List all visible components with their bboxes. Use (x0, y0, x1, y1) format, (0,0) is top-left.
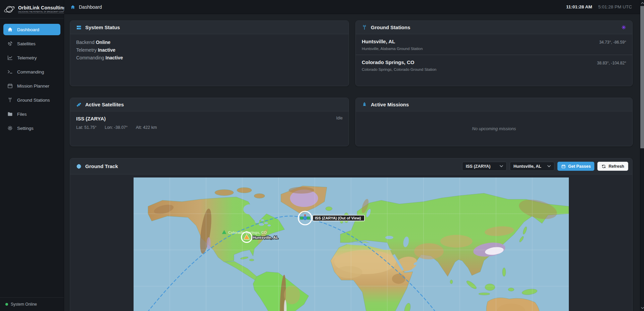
ground-stations-header: Ground Stations (356, 21, 632, 34)
status-label: Backend (76, 40, 94, 45)
status-row-telemetry: TelemetryInactive (76, 47, 343, 53)
satellite-stats: Lat: 51.75° Lon: -38.07° Alt: 422 km (76, 124, 343, 130)
sidebar-item-satellites[interactable]: Satellites (3, 38, 60, 49)
scrollbar-up-arrow-icon[interactable] (640, 1, 644, 5)
iss-label: ISS (ZARYA) (Out of View) (315, 216, 361, 220)
rocket-icon (361, 102, 367, 108)
active-missions-header: Active Missions (356, 98, 632, 111)
home-icon (70, 4, 76, 10)
orbit-globe-logo-icon (3, 3, 15, 15)
sidebar-item-label: Ground Stations (17, 98, 50, 103)
breadcrumb: Dashboard (70, 4, 102, 10)
sidebar-item-ground-stations[interactable]: Ground Stations (3, 94, 60, 106)
sidebar-item-files[interactable]: Files (3, 108, 60, 120)
station-select[interactable]: Huntsville, AL (510, 162, 554, 171)
online-status-dot (5, 303, 8, 306)
status-value: Inactive (98, 47, 115, 53)
page-scrollbar[interactable] (640, 0, 644, 311)
satellite-alt: Alt: 422 km (136, 125, 157, 130)
gear-icon (7, 125, 13, 131)
scrollbar-thumb[interactable] (640, 6, 644, 148)
status-label: Commanding (76, 55, 104, 60)
station-coordinates: 34.73°, -86.59° (599, 39, 626, 45)
brand[interactable]: OrbitLink Consulting UNLOCKING THE POTEN… (0, 0, 64, 18)
sidebar-item-label: Dashboard (17, 27, 39, 32)
ground-track-map: Colorado Springs, CO Huntsville, AL (70, 174, 632, 311)
station-name: Colorado Springs, CO (362, 59, 436, 65)
refresh-button[interactable]: Refresh (597, 162, 628, 171)
satellite-dish-icon (7, 41, 13, 47)
satellite-row-iss[interactable]: ISS (ZARYA) Idle Lat: 51.75° Lon: -38.07… (70, 111, 349, 135)
card-title: Active Satellites (85, 102, 124, 107)
sidebar-item-commanding[interactable]: Commanding (3, 66, 60, 77)
sidebar-item-settings[interactable]: Settings (3, 122, 60, 134)
chevron-down-icon (547, 165, 551, 167)
satellite-name: ISS (ZARYA) (76, 116, 106, 121)
sidebar-item-mission-planner[interactable]: Mission Planner (3, 80, 60, 92)
station-coordinates: 38.83°, -104.82° (597, 59, 626, 65)
system-status-footer: System Online (0, 297, 64, 311)
active-satellites-card: Active Satellites ISS (ZARYA) Idle Lat: … (70, 98, 349, 146)
calendar-icon (561, 164, 566, 169)
system-online-label: System Online (11, 302, 37, 307)
refresh-icon (601, 164, 606, 169)
card-title: Ground Stations (371, 24, 410, 30)
satellite-lat: Lat: 51.75° (76, 125, 97, 130)
world-map: Colorado Springs, CO Huntsville, AL (134, 177, 569, 311)
topbar: Dashboard 11:01:28 AM 5:01:28 PM UTC (64, 0, 644, 14)
satellite-lon: Lon: -38.07° (105, 125, 128, 130)
globe-icon (76, 163, 82, 169)
get-passes-label: Get Passes (568, 164, 591, 169)
active-satellites-header: Active Satellites (70, 98, 349, 111)
satellite-select-value: ISS (ZARYA) (466, 164, 490, 169)
station-description: Colorado Springs, Colorado Ground Statio… (362, 67, 436, 71)
sidebar-nav: Dashboard Satellites Telemetry (0, 18, 64, 297)
chart-line-icon (7, 55, 13, 61)
station-description: Huntsville, Alabama Ground Station (362, 47, 423, 51)
antenna-icon (361, 24, 367, 31)
card-title: Active Missions (371, 102, 409, 107)
get-passes-button[interactable]: Get Passes (557, 162, 594, 171)
huntsville-label: Huntsville, AL (253, 236, 278, 240)
station-select-value: Huntsville, AL (513, 164, 541, 169)
system-status-body: BackendOnline TelemetryInactive Commandi… (70, 34, 349, 68)
station-row-colorado-springs[interactable]: Colorado Springs, CO Colorado Springs, C… (356, 55, 632, 75)
satellite-select[interactable]: ISS (ZARYA) (462, 162, 507, 171)
card-title: System Status (85, 24, 120, 30)
sidebar-item-label: Files (17, 112, 27, 117)
sidebar-item-label: Settings (17, 126, 34, 131)
satellite-icon (76, 102, 82, 108)
chevron-down-icon (500, 165, 503, 167)
station-name: Huntsville, AL (362, 39, 423, 44)
sidebar-item-label: Commanding (17, 69, 44, 74)
utc-time: 5:01:28 PM UTC (598, 4, 632, 9)
card-title: Ground Track (85, 163, 118, 169)
status-value: Inactive (105, 55, 123, 60)
status-row-commanding: CommandingInactive (76, 55, 343, 60)
ground-track-controls: ISS (ZARYA) Huntsville, AL (462, 162, 628, 171)
sidebar-item-label: Telemetry (17, 55, 37, 60)
main-column: Dashboard 11:01:28 AM 5:01:28 PM UTC (64, 0, 644, 311)
local-time: 11:01:28 AM (566, 4, 592, 9)
system-status-header: System Status (70, 21, 349, 34)
active-missions-body: No upcoming missions (356, 111, 632, 146)
no-missions-text: No upcoming missions (472, 126, 516, 131)
station-settings-gear-icon[interactable] (621, 24, 627, 30)
active-missions-card: Active Missions No upcoming missions (355, 98, 633, 146)
sidebar-item-label: Mission Planner (17, 84, 49, 89)
sidebar-item-telemetry[interactable]: Telemetry (3, 52, 60, 63)
breadcrumb-label: Dashboard (79, 4, 102, 10)
status-row-backend: BackendOnline (76, 40, 343, 45)
system-status-card: System Status BackendOnline TelemetryIna… (70, 20, 349, 86)
ground-track-header: Ground Track ISS (ZARYA) Huntsville, AL (70, 158, 632, 174)
calendar-icon (7, 83, 13, 89)
sidebar-item-dashboard[interactable]: Dashboard (3, 24, 60, 35)
folder-icon (7, 111, 13, 117)
station-row-huntsville[interactable]: Huntsville, AL Huntsville, Alabama Groun… (356, 34, 632, 55)
ground-stations-card: Ground Stations Huntsville, AL Huntsvill… (355, 20, 633, 86)
antenna-icon (7, 97, 13, 103)
scrollbar-down-arrow-icon[interactable] (640, 306, 644, 310)
sidebar: OrbitLink Consulting UNLOCKING THE POTEN… (0, 0, 64, 311)
clock-group: 11:01:28 AM 5:01:28 PM UTC (566, 4, 632, 9)
satellite-status-badge: Idle (336, 116, 343, 120)
